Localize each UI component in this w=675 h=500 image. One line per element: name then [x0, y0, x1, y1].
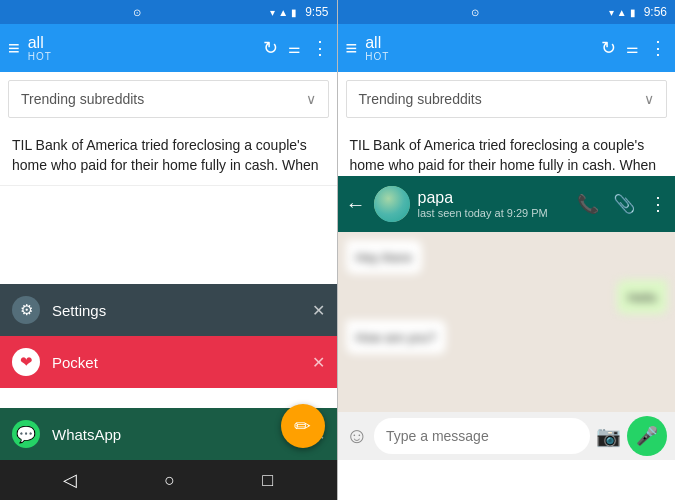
left-panel: ⊙ ▾ ▲ ▮ 9:55 ≡ all HOT ↻ ⚌ ⋮ Trending su… — [0, 0, 337, 500]
whatsapp-label: WhatsApp — [52, 426, 300, 443]
left-post-item[interactable]: TIL Bank of America tried foreclosing a … — [0, 126, 337, 186]
right-status-icons: ▾ ▲ ▮ — [609, 7, 636, 18]
chat-messages-area: Hey there Hello How are you? — [338, 232, 676, 412]
right-post-text: TIL Bank of America tried foreclosing a … — [350, 136, 664, 175]
right-app-subtitle: HOT — [365, 51, 593, 62]
chat-more-icon[interactable]: ⋮ — [649, 193, 667, 215]
settings-gear-icon: ⚙ — [20, 301, 33, 319]
pocket-app-icon: ❤ — [12, 348, 40, 376]
right-circle-status-icon: ⊙ — [471, 7, 479, 18]
wifi-icon: ▾ — [270, 7, 275, 18]
right-battery-icon: ▮ — [630, 7, 636, 18]
left-trending-label: Trending subreddits — [21, 91, 144, 107]
right-wifi-icon: ▾ — [609, 7, 614, 18]
left-time: 9:55 — [305, 5, 328, 19]
chat-contact-status: last seen today at 9:29 PM — [418, 207, 570, 219]
left-app-subtitle: HOT — [28, 51, 255, 62]
chat-mic-button[interactable]: 🎤 — [627, 416, 667, 456]
chat-message-sent-1: Hello — [617, 280, 667, 314]
chat-avatar-image — [374, 186, 410, 222]
right-refresh-icon[interactable]: ↻ — [601, 37, 616, 59]
pocket-label: Pocket — [52, 354, 300, 371]
right-time: 9:56 — [644, 5, 667, 19]
signal-icon: ▲ — [278, 7, 288, 18]
recent-item-pocket[interactable]: ❤ Pocket ✕ — [0, 336, 337, 388]
right-more-icon[interactable]: ⋮ — [649, 37, 667, 59]
right-app-title: all — [365, 35, 593, 51]
left-nav-back[interactable]: ◁ — [63, 469, 77, 491]
settings-close-icon[interactable]: ✕ — [312, 301, 325, 320]
settings-app-icon: ⚙ — [12, 296, 40, 324]
bubble-text-3: How are you? — [356, 330, 436, 345]
left-app-bar: ≡ all HOT ↻ ⚌ ⋮ — [0, 24, 337, 72]
left-filter-icon[interactable]: ⚌ — [288, 40, 301, 56]
recent-item-settings[interactable]: ⚙ Settings ✕ — [0, 284, 337, 336]
left-status-bar: ⊙ ▾ ▲ ▮ 9:55 — [0, 0, 337, 24]
pocket-heart-icon: ❤ — [20, 353, 33, 371]
left-app-actions: ↻ ⚌ ⋮ — [263, 37, 329, 59]
right-trending-box[interactable]: Trending subreddits ∨ — [346, 80, 668, 118]
chat-back-icon[interactable]: ← — [346, 193, 366, 216]
chat-camera-icon[interactable]: 📷 — [596, 424, 621, 448]
left-nav-bar: ◁ ○ □ — [0, 460, 337, 500]
right-status-bar: ⊙ ▾ ▲ ▮ 9:56 — [338, 0, 676, 24]
chat-emoji-icon[interactable]: ☺ — [346, 423, 368, 449]
chat-contact-name: papa — [418, 189, 570, 207]
pocket-close-icon[interactable]: ✕ — [312, 353, 325, 372]
right-menu-icon[interactable]: ≡ — [346, 37, 358, 60]
recent-blank-space — [0, 388, 337, 408]
right-app-actions: ↻ ⚌ ⋮ — [601, 37, 667, 59]
battery-icon: ▮ — [291, 7, 297, 18]
bubble-text-2: Hello — [627, 290, 657, 305]
right-filter-icon[interactable]: ⚌ — [626, 40, 639, 56]
chat-message-received-1: Hey there — [346, 240, 422, 274]
chat-bubbles: Hey there Hello How are you? — [338, 232, 676, 362]
whatsapp-logo-icon: 💬 — [16, 425, 36, 444]
right-trending-label: Trending subreddits — [359, 91, 482, 107]
settings-label: Settings — [52, 302, 300, 319]
chat-input-bar: ☺ 📷 🎤 — [338, 412, 676, 460]
chat-action-buttons: 📞 📎 ⋮ — [577, 193, 667, 215]
chat-message-input[interactable] — [374, 418, 590, 454]
left-content: Trending subreddits ∨ TIL Bank of Americ… — [0, 72, 337, 460]
left-fab[interactable]: ✏ — [281, 404, 325, 448]
left-nav-recents[interactable]: □ — [262, 470, 273, 491]
right-app-bar: ≡ all HOT ↻ ⚌ ⋮ — [338, 24, 676, 72]
circle-status-icon: ⊙ — [133, 7, 141, 18]
chat-attach-icon[interactable]: 📎 — [613, 193, 635, 215]
left-app-title: all — [28, 35, 255, 51]
chat-mic-icon: 🎤 — [636, 425, 658, 447]
chat-overlay: ← papa last seen today at 9:29 PM 📞 📎 ⋮ … — [338, 176, 676, 460]
left-fab-icon: ✏ — [294, 414, 311, 438]
left-trending-arrow: ∨ — [306, 91, 316, 107]
right-panel: ⊙ ▾ ▲ ▮ 9:56 ≡ all HOT ↻ ⚌ ⋮ Trending su… — [338, 0, 676, 500]
bubble-text-1: Hey there — [356, 250, 412, 265]
right-trending-arrow: ∨ — [644, 91, 654, 107]
chat-avatar[interactable] — [374, 186, 410, 222]
left-nav-home[interactable]: ○ — [164, 470, 175, 491]
chat-contact-info: papa last seen today at 9:29 PM — [418, 189, 570, 219]
right-signal-icon: ▲ — [617, 7, 627, 18]
left-menu-icon[interactable]: ≡ — [8, 37, 20, 60]
left-status-icons: ▾ ▲ ▮ — [270, 7, 297, 18]
left-post-text: TIL Bank of America tried foreclosing a … — [12, 136, 325, 175]
whatsapp-app-icon: 💬 — [12, 420, 40, 448]
left-more-icon[interactable]: ⋮ — [311, 37, 329, 59]
left-refresh-icon[interactable]: ↻ — [263, 37, 278, 59]
chat-message-received-2: How are you? — [346, 320, 446, 354]
left-trending-box[interactable]: Trending subreddits ∨ — [8, 80, 329, 118]
chat-app-bar: ← papa last seen today at 9:29 PM 📞 📎 ⋮ — [338, 176, 676, 232]
chat-call-icon[interactable]: 📞 — [577, 193, 599, 215]
